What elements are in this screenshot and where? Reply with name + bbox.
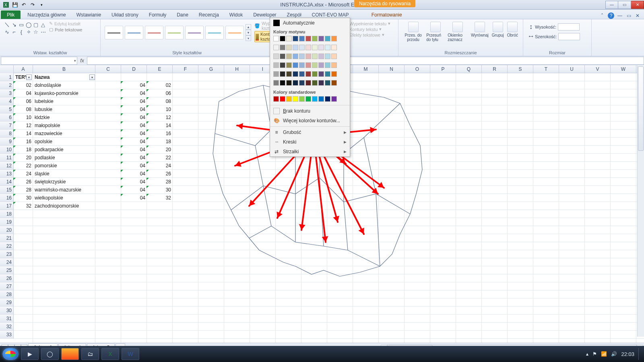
- shape-line-icon[interactable]: ＼: [3, 21, 10, 28]
- gallery-more-icon[interactable]: ▾: [246, 35, 251, 41]
- shape-oval-icon[interactable]: ◯: [25, 21, 32, 28]
- color-swatch[interactable]: [305, 71, 311, 77]
- tab-review[interactable]: Recenzja: [194, 10, 224, 19]
- cell[interactable]: 04: [121, 146, 147, 154]
- cell[interactable]: 04: [121, 81, 147, 89]
- row-header[interactable]: 7: [0, 121, 14, 130]
- cell[interactable]: 14: [14, 130, 33, 138]
- color-swatch[interactable]: [273, 71, 279, 77]
- color-swatch[interactable]: [280, 80, 285, 86]
- style-preset[interactable]: [125, 26, 143, 39]
- color-swatch[interactable]: [312, 45, 318, 50]
- color-swatch[interactable]: [305, 80, 311, 86]
- row-header[interactable]: 33: [0, 331, 14, 339]
- row-header[interactable]: 29: [0, 298, 14, 306]
- color-swatch[interactable]: [331, 53, 337, 59]
- outline-dashes[interactable]: ┄Kreski▶: [270, 137, 350, 147]
- cell[interactable]: zachodniopomorskie: [33, 202, 95, 210]
- column-header[interactable]: N: [379, 65, 405, 73]
- row-header[interactable]: 5: [0, 105, 14, 113]
- color-swatch[interactable]: [318, 96, 324, 102]
- color-swatch[interactable]: [280, 62, 285, 68]
- help-icon[interactable]: ?: [608, 12, 614, 19]
- color-swatch[interactable]: [293, 45, 298, 50]
- shape-rect-icon[interactable]: ▭: [18, 21, 25, 28]
- workbook-minimize-icon[interactable]: —: [617, 12, 623, 19]
- color-swatch[interactable]: [280, 45, 285, 50]
- row-header[interactable]: 9: [0, 138, 14, 146]
- filter-button-teryt[interactable]: ▼: [26, 74, 32, 80]
- column-header[interactable]: Q: [456, 65, 482, 73]
- column-header[interactable]: T: [533, 65, 559, 73]
- cell[interactable]: 26: [14, 178, 33, 186]
- column-header[interactable]: O: [405, 65, 430, 73]
- cell[interactable]: śląskie: [33, 170, 95, 178]
- cell[interactable]: 02: [147, 81, 173, 89]
- cell[interactable]: 16: [147, 130, 173, 138]
- row-header[interactable]: 11: [0, 154, 14, 162]
- color-swatch[interactable]: [286, 36, 292, 41]
- color-swatch[interactable]: [305, 96, 311, 102]
- cell[interactable]: 24: [14, 170, 33, 178]
- row-header[interactable]: 19: [0, 218, 14, 226]
- bring-forward-button[interactable]: Przes. do przodu: [402, 21, 425, 43]
- cell[interactable]: 04: [121, 194, 147, 202]
- column-header[interactable]: A: [14, 65, 33, 73]
- row-header[interactable]: 4: [0, 97, 14, 105]
- color-swatch[interactable]: [305, 53, 311, 59]
- cell[interactable]: opolskie: [33, 138, 95, 146]
- row-header[interactable]: 3: [0, 89, 14, 97]
- color-swatch[interactable]: [286, 53, 292, 59]
- cell[interactable]: podlaskie: [33, 154, 95, 162]
- cell[interactable]: 08: [147, 97, 173, 105]
- tab-view[interactable]: Widok: [224, 10, 248, 19]
- cell[interactable]: 04: [121, 89, 147, 97]
- color-swatch[interactable]: [318, 80, 324, 86]
- row-header[interactable]: 12: [0, 162, 14, 170]
- column-header[interactable]: G: [198, 65, 224, 73]
- color-swatch[interactable]: [305, 45, 311, 50]
- name-box[interactable]: [1, 57, 77, 65]
- cell[interactable]: lubuskie: [33, 105, 95, 113]
- cell[interactable]: 16: [14, 138, 33, 146]
- taskbar-app[interactable]: ▶: [21, 348, 39, 360]
- style-preset[interactable]: [165, 26, 184, 39]
- color-swatch[interactable]: [273, 96, 279, 102]
- shape-style-gallery[interactable]: ▲ ▼ ▾: [104, 21, 252, 44]
- cell[interactable]: 04: [121, 170, 147, 178]
- color-swatch[interactable]: [312, 36, 318, 41]
- shape-brace-icon[interactable]: {: [18, 28, 25, 35]
- cell[interactable]: 32: [147, 194, 173, 202]
- color-swatch[interactable]: [293, 62, 298, 68]
- row-header[interactable]: 20: [0, 226, 14, 234]
- color-swatch[interactable]: [318, 45, 324, 50]
- save-icon[interactable]: 💾: [11, 1, 19, 8]
- send-backward-button[interactable]: Przesuń do tyłu: [425, 21, 446, 43]
- tab-data[interactable]: Dane: [171, 10, 194, 19]
- row-header[interactable]: 6: [0, 113, 14, 121]
- shape-arrow-icon[interactable]: ↘: [10, 21, 18, 28]
- color-swatch[interactable]: [293, 96, 298, 102]
- color-swatch[interactable]: [312, 62, 318, 68]
- outline-arrows[interactable]: ⇄Strzałki▶: [270, 147, 350, 156]
- color-swatch[interactable]: [331, 36, 337, 41]
- maximize-button[interactable]: ▭: [618, 1, 631, 9]
- cell[interactable]: 20: [147, 146, 173, 154]
- cell[interactable]: lubelskie: [33, 97, 95, 105]
- cell[interactable]: 04: [121, 113, 147, 121]
- fx-icon[interactable]: fx: [77, 58, 87, 64]
- row-header[interactable]: 10: [0, 146, 14, 154]
- color-swatch[interactable]: [325, 62, 330, 68]
- color-swatch[interactable]: [273, 53, 279, 59]
- taskbar-chrome[interactable]: ◯: [41, 348, 59, 360]
- color-swatch[interactable]: [325, 96, 330, 102]
- taskbar-app[interactable]: [61, 348, 79, 360]
- align-button[interactable]: Wyrównaj: [469, 21, 490, 38]
- color-swatch[interactable]: [293, 36, 298, 41]
- style-preset[interactable]: [205, 26, 224, 39]
- shape-height-field[interactable]: ⭥Wysokość:: [529, 23, 580, 31]
- row-header[interactable]: 25: [0, 266, 14, 274]
- row-header[interactable]: 8: [0, 130, 14, 138]
- column-header[interactable]: U: [559, 65, 585, 73]
- color-swatch[interactable]: [331, 71, 337, 77]
